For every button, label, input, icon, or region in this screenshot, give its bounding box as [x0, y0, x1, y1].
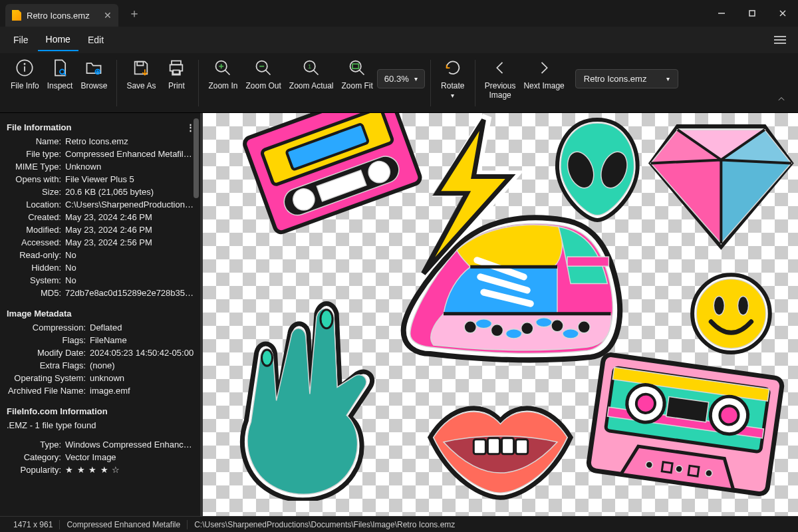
- chevron-left-icon: [491, 59, 509, 77]
- info-accessed: May 23, 2024 2:56 PM: [65, 237, 196, 247]
- svg-rect-28: [352, 64, 358, 68]
- svg-rect-55: [487, 438, 499, 454]
- save-as-button[interactable]: Save As: [122, 56, 160, 93]
- fileinfo-header: FileInfo.com Information: [7, 406, 196, 416]
- svg-point-53: [261, 350, 272, 366]
- svg-rect-54: [473, 440, 485, 454]
- hamburger-menu-icon[interactable]: [767, 30, 793, 50]
- zoom-out-icon: [254, 59, 273, 77]
- info-sidebar: File Information ⋮ Name:Retro Icons.emz …: [0, 113, 203, 516]
- zoom-actual-button[interactable]: 1 Zoom Actual: [285, 56, 338, 93]
- info-readonly: No: [65, 250, 196, 260]
- print-icon: [167, 59, 186, 77]
- svg-point-26: [350, 61, 361, 72]
- zoom-out-button[interactable]: Zoom Out: [241, 56, 285, 93]
- svg-point-52: [321, 310, 332, 329]
- info-filetype: Compressed Enhanced Metafile (.e...: [65, 149, 196, 159]
- svg-point-63: [635, 393, 656, 414]
- meta-extra-flags: (none): [90, 360, 196, 370]
- fic-popularity: ★ ★ ★ ★ ☆: [65, 465, 196, 475]
- inspect-button[interactable]: Inspect: [43, 56, 77, 93]
- svg-text:1: 1: [308, 63, 311, 70]
- file-icon: [12, 10, 21, 21]
- content-area: File Information ⋮ Name:Retro Icons.emz …: [0, 113, 798, 516]
- svg-rect-1: [749, 11, 755, 16]
- meta-compression: Deflated: [90, 323, 196, 332]
- image-metadata-header: Image Metadata: [7, 309, 196, 319]
- svg-line-21: [266, 70, 271, 75]
- svg-line-24: [314, 70, 319, 75]
- tab-title: Retro Icons.emz: [27, 11, 90, 21]
- minimize-button[interactable]: [706, 0, 737, 27]
- file-select-dropdown[interactable]: Retro Icons.emz ▾: [575, 69, 679, 88]
- menu-file[interactable]: File: [5, 29, 37, 51]
- svg-rect-15: [174, 70, 180, 74]
- meta-archived: image.emf: [90, 386, 196, 396]
- status-dimensions: 1471 x 961: [7, 520, 60, 529]
- info-created: May 23, 2024 2:46 PM: [65, 212, 196, 222]
- maximize-button[interactable]: [737, 0, 767, 27]
- titlebar: Retro Icons.emz ✕ ＋: [0, 0, 798, 27]
- chevron-down-icon: ▾: [666, 75, 670, 82]
- svg-rect-12: [138, 62, 144, 66]
- save-icon: [132, 59, 150, 77]
- info-md5: 72db7e8ac0d15289e2e728b3593682...: [65, 288, 196, 298]
- meta-os: unknown: [90, 373, 196, 383]
- svg-point-50: [714, 297, 724, 315]
- meta-modify-date: 2024:05:23 14:50:42-05:00: [90, 348, 196, 358]
- status-path: C:\Users\SharpenedProductions\Documents\…: [188, 520, 462, 529]
- tab-close-icon[interactable]: ✕: [104, 10, 112, 21]
- status-filetype: Compressed Enhanced Metafile: [60, 520, 188, 529]
- menu-home[interactable]: Home: [38, 29, 78, 51]
- window-controls: [706, 0, 798, 27]
- svg-point-67: [646, 461, 653, 468]
- svg-point-41: [521, 323, 533, 334]
- svg-point-6: [25, 64, 25, 65]
- browse-button[interactable]: Browse: [76, 56, 111, 93]
- svg-point-46: [536, 318, 552, 327]
- next-image-button[interactable]: Next Image: [519, 56, 568, 93]
- svg-point-68: [675, 466, 682, 473]
- info-location: C:\Users\SharpenedProductions\D...: [65, 200, 196, 209]
- inspect-icon: [51, 59, 69, 77]
- print-button[interactable]: Print: [160, 56, 193, 93]
- svg-point-45: [506, 329, 522, 338]
- image-content: [203, 113, 798, 501]
- svg-point-49: [696, 279, 766, 348]
- rotate-button[interactable]: Rotate ▾: [436, 56, 469, 102]
- zoom-level-select[interactable]: 60.3% ▾: [377, 69, 425, 88]
- ribbon: File Info Inspect Browse Save As Print Z…: [0, 53, 798, 113]
- file-info-button[interactable]: File Info: [7, 56, 43, 93]
- info-hidden: No: [65, 263, 196, 273]
- info-opens-with: File Viewer Plus 5: [65, 174, 196, 184]
- close-button[interactable]: [767, 0, 798, 27]
- collapse-ribbon-button[interactable]: [770, 88, 793, 112]
- fic-category: Vector Image: [65, 452, 196, 462]
- info-icon: [15, 59, 34, 77]
- svg-line-17: [225, 70, 230, 75]
- menubar: File Home Edit: [0, 27, 798, 53]
- previous-image-button[interactable]: Previous Image: [481, 56, 520, 103]
- chevron-right-icon: [535, 59, 553, 77]
- statusbar: 1471 x 961 Compressed Enhanced Metafile …: [0, 516, 798, 532]
- fileinfo-subtitle: .EMZ - 1 file type found: [7, 419, 196, 432]
- svg-point-43: [578, 321, 590, 333]
- info-size: 20.6 KB (21,065 bytes): [65, 187, 196, 197]
- svg-rect-57: [516, 440, 528, 454]
- tab-active[interactable]: Retro Icons.emz ✕: [5, 4, 118, 27]
- scrollbar-thumb[interactable]: [194, 118, 199, 198]
- svg-point-44: [475, 319, 491, 329]
- zoom-fit-button[interactable]: Zoom Fit: [338, 56, 377, 93]
- info-name: Retro Icons.emz: [65, 136, 196, 146]
- chevron-down-icon: ▾: [414, 75, 418, 82]
- info-system: No: [65, 275, 196, 285]
- svg-line-27: [360, 70, 364, 75]
- image-viewer[interactable]: [203, 113, 798, 516]
- zoom-in-button[interactable]: Zoom In: [204, 56, 241, 93]
- svg-point-51: [737, 297, 748, 315]
- svg-point-47: [563, 329, 579, 338]
- info-mime: Unknown: [65, 162, 196, 172]
- new-tab-button[interactable]: ＋: [125, 5, 144, 21]
- menu-edit[interactable]: Edit: [80, 29, 112, 51]
- fic-type: Windows Compressed Enhanced ...: [65, 440, 196, 450]
